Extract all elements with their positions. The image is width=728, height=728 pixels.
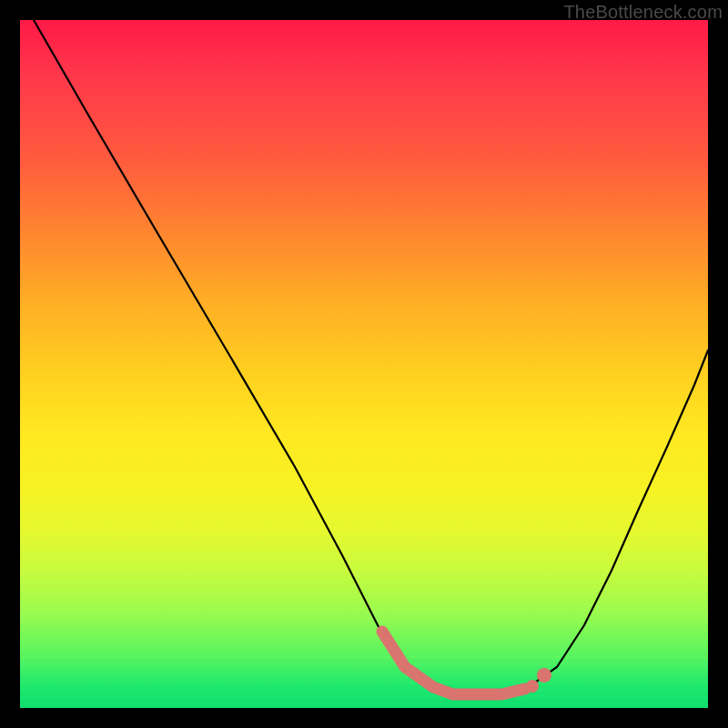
highlight-dot-right-2 xyxy=(526,680,539,693)
chart-frame: TheBottleneck.com xyxy=(0,0,728,728)
watermark-text: TheBottleneck.com xyxy=(563,2,723,23)
curve-svg xyxy=(20,20,708,708)
plot-area xyxy=(20,20,708,708)
bottom-striations xyxy=(20,657,708,701)
highlight-segment xyxy=(382,632,525,694)
highlight-dot-right xyxy=(537,668,551,682)
bottleneck-curve xyxy=(34,20,708,694)
